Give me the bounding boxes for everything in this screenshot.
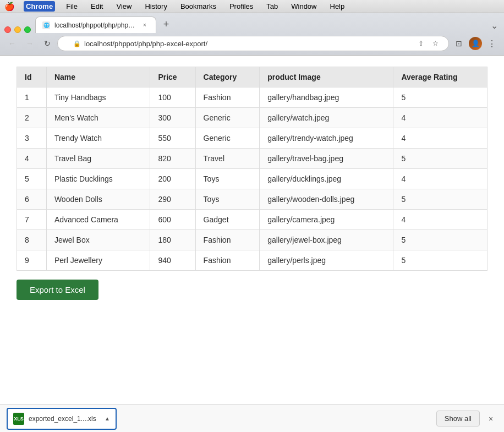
page-content: Id Name Price Category product Image Ave… — [0, 56, 504, 405]
file-type-icon: XLS — [13, 413, 24, 425]
view-menu[interactable]: View — [114, 1, 134, 12]
reload-button[interactable]: ↻ — [40, 36, 55, 51]
cell-image: gallery/camera.jpeg — [260, 210, 393, 230]
history-menu[interactable]: History — [143, 1, 169, 12]
table-row: 6 Wooden Dolls 290 Toys gallery/wooden-d… — [17, 189, 487, 210]
cell-image: gallery/jewel-box.jpeg — [260, 230, 393, 250]
cell-rating: 4 — [393, 210, 487, 230]
chrome-menu[interactable]: Chrome — [24, 1, 55, 12]
table-row: 4 Travel Bag 820 Travel gallery/travel-b… — [17, 149, 487, 169]
profile-avatar[interactable]: 👤 — [469, 37, 482, 50]
download-close-button[interactable]: × — [484, 412, 497, 425]
cell-price: 600 — [150, 210, 195, 230]
cell-category: Toys — [195, 169, 260, 189]
minimize-traffic-light[interactable] — [14, 26, 21, 33]
table-header-row: Id Name Price Category product Image Ave… — [17, 67, 487, 88]
col-header-name: Name — [46, 67, 150, 88]
download-item: XLS exported_excel_1....xls ▲ — [7, 408, 117, 430]
cell-price: 820 — [150, 149, 195, 169]
new-tab-button[interactable]: + — [158, 17, 174, 32]
address-bar: ← → ↻ 🔒 localhost/phppot/php/php-excel-e… — [0, 33, 504, 55]
col-header-image: product Image — [260, 67, 393, 88]
download-chevron-icon[interactable]: ▲ — [105, 415, 110, 422]
tab-title: localhost/phppot/php/php-exc... — [54, 21, 136, 29]
cell-rating: 5 — [393, 149, 487, 169]
tab-expand-button[interactable]: ⌄ — [489, 20, 500, 31]
cell-name: Men's Watch — [46, 108, 150, 128]
profiles-menu[interactable]: Profiles — [227, 1, 255, 12]
cell-rating: 5 — [393, 88, 487, 108]
more-options-icon: ⋮ — [487, 39, 497, 49]
cell-image: gallery/perls.jpeg — [260, 250, 393, 271]
download-filename: exported_excel_1....xls — [29, 415, 100, 423]
cell-category: Fashion — [195, 230, 260, 250]
cell-category: Generic — [195, 128, 260, 149]
table-row: 8 Jewel Box 180 Fashion gallery/jewel-bo… — [17, 230, 487, 250]
cell-rating: 5 — [393, 250, 487, 271]
address-input[interactable]: 🔒 localhost/phppot/php/php-excel-export/… — [57, 36, 449, 51]
export-to-excel-button[interactable]: Export to Excel — [17, 280, 98, 300]
cell-category: Fashion — [195, 250, 260, 271]
cell-id: 2 — [17, 108, 47, 128]
menu-bar: 🍎 Chrome File Edit View History Bookmark… — [0, 0, 504, 13]
browser-right-actions: ⊡ 👤 ⋮ — [451, 36, 500, 51]
bookmark-button[interactable]: ☆ — [429, 37, 442, 50]
col-header-rating: Average Rating — [393, 67, 487, 88]
cell-price: 100 — [150, 88, 195, 108]
extensions-menu[interactable]: ⋮ — [484, 36, 500, 51]
download-bar: XLS exported_excel_1....xls ▲ Show all × — [0, 404, 504, 432]
window-menu[interactable]: Window — [289, 1, 319, 12]
back-button[interactable]: ← — [4, 36, 20, 51]
tab-menu[interactable]: Tab — [264, 1, 280, 12]
col-header-price: Price — [150, 67, 195, 88]
cell-image: gallery/ducklings.jpeg — [260, 169, 393, 189]
cell-id: 7 — [17, 210, 47, 230]
cell-category: Fashion — [195, 88, 260, 108]
table-row: 9 Perl Jewellery 940 Fashion gallery/per… — [17, 250, 487, 271]
cell-image: gallery/trendy-watch.jpeg — [260, 128, 393, 149]
active-tab[interactable]: 🌐 localhost/phppot/php/php-exc... × — [35, 17, 156, 33]
cell-price: 180 — [150, 230, 195, 250]
table-row: 1 Tiny Handbags 100 Fashion gallery/hand… — [17, 88, 487, 108]
cell-image: gallery/travel-bag.jpeg — [260, 149, 393, 169]
apple-menu[interactable]: 🍎 — [4, 2, 15, 12]
close-traffic-light[interactable] — [4, 26, 11, 33]
cell-name: Perl Jewellery — [46, 250, 150, 271]
bookmarks-menu[interactable]: Bookmarks — [178, 1, 218, 12]
help-menu[interactable]: Help — [328, 1, 347, 12]
cell-rating: 4 — [393, 169, 487, 189]
traffic-lights — [4, 26, 31, 33]
address-actions: ⇧ ☆ — [414, 37, 442, 50]
cell-category: Gadget — [195, 210, 260, 230]
table-row: 3 Trendy Watch 550 Generic gallery/trend… — [17, 128, 487, 149]
cell-id: 8 — [17, 230, 47, 250]
tab-favicon: 🌐 — [42, 21, 50, 29]
cell-price: 290 — [150, 189, 195, 210]
forward-button[interactable]: → — [22, 36, 37, 51]
cell-rating: 5 — [393, 230, 487, 250]
cell-name: Wooden Dolls — [46, 189, 150, 210]
cell-price: 200 — [150, 169, 195, 189]
cell-id: 6 — [17, 189, 47, 210]
cell-price: 940 — [150, 250, 195, 271]
cell-name: Trendy Watch — [46, 128, 150, 149]
cell-price: 550 — [150, 128, 195, 149]
edit-menu[interactable]: Edit — [89, 1, 105, 12]
table-row: 7 Advanced Camera 600 Gadget gallery/cam… — [17, 210, 487, 230]
cell-id: 4 — [17, 149, 47, 169]
reading-mode-button[interactable]: ⊡ — [451, 36, 467, 51]
col-header-category: Category — [195, 67, 260, 88]
address-text: localhost/phppot/php/php-excel-export/ — [84, 40, 411, 48]
lock-icon: 🔒 — [73, 40, 81, 47]
cell-name: Plastic Ducklings — [46, 169, 150, 189]
cell-name: Tiny Handbags — [46, 88, 150, 108]
file-menu[interactable]: File — [64, 1, 80, 12]
cell-image: gallery/wooden-dolls.jpeg — [260, 189, 393, 210]
tab-close-button[interactable]: × — [140, 21, 149, 30]
share-button[interactable]: ⇧ — [414, 37, 428, 50]
show-all-button[interactable]: Show all — [436, 411, 480, 426]
cell-category: Generic — [195, 108, 260, 128]
fullscreen-traffic-light[interactable] — [24, 26, 31, 33]
table-row: 5 Plastic Ducklings 200 Toys gallery/duc… — [17, 169, 487, 189]
cell-id: 3 — [17, 128, 47, 149]
